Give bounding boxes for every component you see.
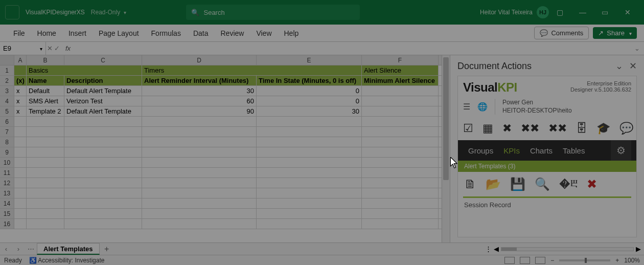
chat-icon[interactable]: 💬: [619, 122, 633, 135]
cell[interactable]: [27, 137, 64, 147]
cell[interactable]: [362, 137, 439, 147]
row-header[interactable]: 5: [0, 106, 14, 116]
cell[interactable]: [14, 198, 27, 208]
cell[interactable]: Time In State (Minutes, 0 is off): [257, 76, 362, 85]
cell[interactable]: [362, 168, 439, 178]
ribbon-tab-file[interactable]: File: [7, 25, 31, 41]
cell[interactable]: [14, 178, 27, 188]
cell[interactable]: [142, 127, 257, 137]
cell[interactable]: Alert Reminder Interval (Minutes): [142, 76, 257, 85]
sheet-nav-prev[interactable]: ‹: [0, 245, 12, 253]
cell[interactable]: Default: [27, 86, 64, 96]
hscroll-right[interactable]: ▶: [636, 245, 641, 253]
cell[interactable]: [27, 147, 64, 157]
cell[interactable]: [64, 168, 142, 178]
save-icon[interactable]: 💾: [510, 177, 525, 191]
cell[interactable]: [27, 117, 64, 126]
cell[interactable]: [362, 158, 439, 167]
cell[interactable]: [142, 158, 257, 167]
row-header[interactable]: 3: [0, 86, 14, 96]
cell[interactable]: 90: [142, 106, 257, 116]
cell[interactable]: (x): [14, 76, 27, 85]
cell[interactable]: [257, 127, 362, 137]
cell[interactable]: [257, 158, 362, 167]
cell[interactable]: [142, 137, 257, 147]
cell[interactable]: [27, 178, 64, 188]
share-button[interactable]: ↗Share: [593, 27, 637, 39]
cell[interactable]: [362, 127, 439, 137]
list-icon[interactable]: ☰: [463, 102, 470, 112]
cell[interactable]: [27, 198, 64, 208]
row-header[interactable]: 8: [0, 137, 14, 147]
cell[interactable]: [64, 117, 142, 126]
col-header-c[interactable]: C: [64, 55, 142, 65]
cell[interactable]: [64, 127, 142, 137]
row-header[interactable]: 14: [0, 198, 14, 208]
cell[interactable]: [14, 158, 27, 167]
cell[interactable]: [64, 178, 142, 188]
cell[interactable]: [14, 209, 27, 218]
row-header[interactable]: 11: [0, 168, 14, 178]
pane-close-icon[interactable]: ✕: [629, 60, 637, 72]
cell[interactable]: [257, 188, 362, 198]
sheet-tab-active[interactable]: Alert Templates: [37, 243, 100, 255]
expand-formula-bar[interactable]: ⌄: [630, 45, 644, 52]
cell[interactable]: [27, 168, 64, 178]
cell[interactable]: 30: [257, 106, 362, 116]
horizontal-scrollbar[interactable]: [501, 247, 634, 251]
worksheet-grid[interactable]: A B C D E F 1BasicsTimersAlert Silence2(…: [0, 55, 442, 242]
view-normal-icon[interactable]: [504, 257, 515, 264]
cell[interactable]: Minimum Alert Silence: [362, 76, 439, 85]
double-x-icon-2[interactable]: ✖✖: [548, 122, 567, 135]
cell[interactable]: [142, 219, 257, 229]
read-only-badge[interactable]: Read-Only: [91, 9, 126, 16]
cell[interactable]: [27, 127, 64, 137]
new-file-icon[interactable]: 🗎: [464, 177, 476, 191]
cell[interactable]: [64, 209, 142, 218]
cell[interactable]: [14, 65, 27, 75]
cell[interactable]: [14, 147, 27, 157]
close-button[interactable]: ✕: [616, 0, 639, 25]
graduation-cap-icon[interactable]: 🎓: [596, 122, 610, 135]
zoom-in[interactable]: +: [615, 257, 619, 264]
maximize-button[interactable]: ▭: [594, 0, 616, 25]
minimize-button[interactable]: —: [571, 0, 594, 25]
cell[interactable]: SMS Alert: [27, 96, 64, 106]
row-header[interactable]: 1: [0, 65, 14, 75]
cell[interactable]: [14, 137, 27, 147]
globe-icon[interactable]: 🌐: [477, 102, 488, 112]
hscroll-handle-icon[interactable]: ⋮: [485, 245, 492, 253]
cell[interactable]: [27, 158, 64, 167]
cell[interactable]: x: [14, 96, 27, 106]
zoom-out[interactable]: −: [550, 257, 554, 264]
cell[interactable]: [257, 198, 362, 208]
view-page-layout-icon[interactable]: [520, 257, 530, 264]
row-header[interactable]: 13: [0, 188, 14, 198]
cell[interactable]: [64, 158, 142, 167]
cell[interactable]: [142, 147, 257, 157]
row-header[interactable]: 16: [0, 219, 14, 229]
cell[interactable]: [142, 209, 257, 218]
cell[interactable]: [362, 209, 439, 218]
open-folder-icon[interactable]: 📂: [486, 177, 501, 191]
cell[interactable]: [362, 96, 439, 106]
cell[interactable]: [142, 117, 257, 126]
ribbon-tab-page-layout[interactable]: Page Layout: [93, 25, 145, 41]
cell[interactable]: Default Alert Template: [64, 106, 142, 116]
cell[interactable]: x: [14, 106, 27, 116]
x-icon[interactable]: ✖: [502, 122, 512, 135]
cell[interactable]: [142, 188, 257, 198]
ribbon-display-options[interactable]: ▢: [549, 0, 571, 25]
cell[interactable]: [27, 188, 64, 198]
add-sheet-button[interactable]: +: [100, 245, 114, 254]
ribbon-tab-view[interactable]: View: [250, 25, 278, 41]
cell[interactable]: Verizon Test: [64, 96, 142, 106]
sheet-more[interactable]: ⋯: [25, 245, 37, 253]
ribbon-tab-help[interactable]: Help: [278, 25, 305, 41]
fx-label[interactable]: fx: [60, 45, 76, 52]
cell[interactable]: 0: [257, 86, 362, 96]
row-header[interactable]: 10: [0, 158, 14, 167]
cell[interactable]: [362, 117, 439, 126]
cell[interactable]: [362, 106, 439, 116]
cell[interactable]: Default Alert Template: [64, 86, 142, 96]
